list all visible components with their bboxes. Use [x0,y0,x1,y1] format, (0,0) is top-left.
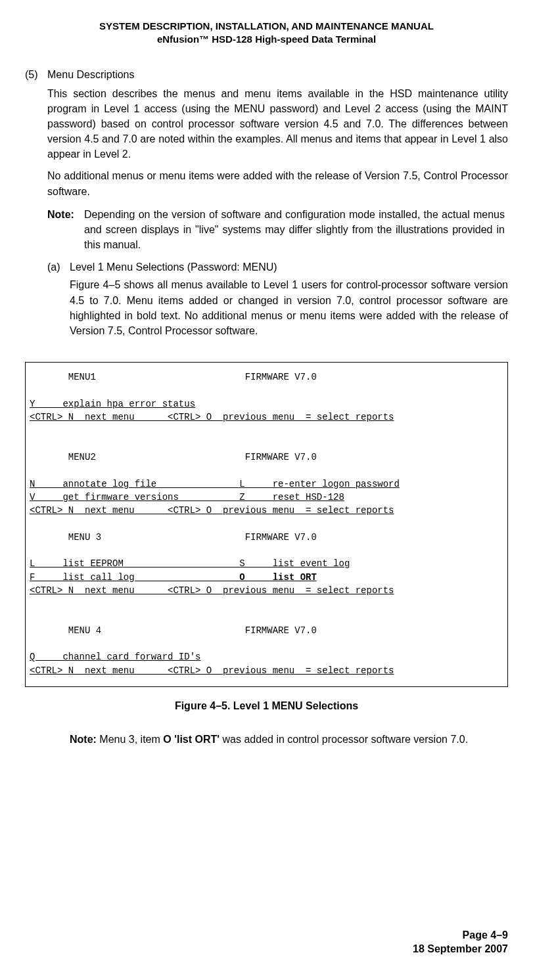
section-5-para-2: No additional menus or menu items were a… [47,168,508,198]
terminal-line: <CTRL> N next menu <CTRL> O previous men… [30,665,394,676]
terminal-line: <CTRL> N next menu <CTRL> O previous men… [30,585,394,596]
terminal-line: L list EEPROM S list event log [30,558,350,569]
terminal-line: MENU 4 FIRMWARE V7.0 [30,625,317,636]
note-2-bold: O 'list ORT' [163,734,220,745]
page-footer: Page 4–9 18 September 2007 [413,928,508,956]
note-2-label: Note: [70,734,97,745]
header-line-1: SYSTEM DESCRIPTION, INSTALLATION, AND MA… [25,20,508,33]
note-body: Depending on the version of software and… [84,207,505,253]
terminal-line: MENU1 FIRMWARE V7.0 [30,372,317,382]
subsection-a-tag: (a) [47,261,70,273]
subsection-a-title: Level 1 Menu Selections (Password: MENU) [70,261,277,273]
terminal-line: N annotate log file L re-enter logon pas… [30,479,400,489]
terminal-line: MENU2 FIRMWARE V7.0 [30,452,317,462]
terminal-line: Q channel card forward ID's [30,652,200,662]
figure-caption: Figure 4–5. Level 1 MENU Selections [25,700,508,712]
note-2: Note: Menu 3, item O 'list ORT' was adde… [70,732,508,747]
footer-page: Page 4–9 [413,928,508,943]
terminal-line: <CTRL> N next menu <CTRL> O previous men… [30,505,394,516]
section-5-title: Menu Descriptions [47,69,135,80]
terminal-line-bold: O list ORT [239,572,317,583]
note-label: Note: [47,207,84,222]
terminal-line: Y explain hpa error status [30,399,195,409]
header-line-2: eNfusion™ HSD-128 High-speed Data Termin… [25,33,508,46]
terminal-line: <CTRL> N next menu <CTRL> O previous men… [30,412,394,422]
section-5-note: Note:Depending on the version of softwar… [47,207,508,253]
note-2-after: was added in control processor software … [220,734,468,745]
terminal-line: V get firmware versions Z reset HSD-128 [30,492,344,502]
section-5-para-1: This section describes the menus and men… [47,86,508,162]
terminal-line: MENU 3 FIRMWARE V7.0 [30,532,317,543]
subsection-a: (a)Level 1 Menu Selections (Password: ME… [47,261,508,273]
section-5-tag: (5) [25,69,47,81]
section-5: (5)Menu Descriptions [25,69,508,81]
document-header: SYSTEM DESCRIPTION, INSTALLATION, AND MA… [25,20,508,47]
footer-date: 18 September 2007 [413,942,508,956]
terminal-line: F list call log [30,572,239,583]
terminal-output-box: MENU1 FIRMWARE V7.0 Y explain hpa error … [25,362,508,687]
note-2-before: Menu 3, item [97,734,163,745]
subsection-a-body: Figure 4–5 shows all menus available to … [70,277,508,338]
